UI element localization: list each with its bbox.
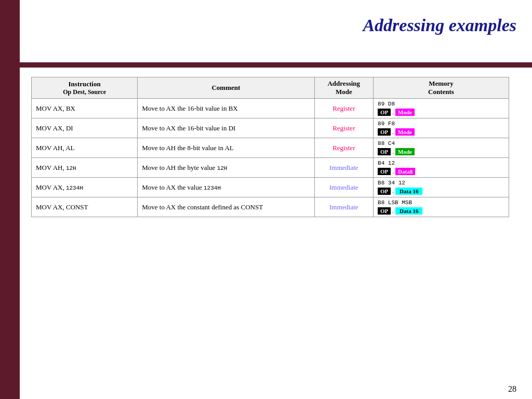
table-row: MOV AX, 1234HMove to AX the value 1234HI… — [32, 178, 509, 197]
mode-cell: Immediate — [314, 197, 373, 217]
mode-box-green: Mode — [395, 148, 415, 155]
addressing-table: Instruction Op Dest, Source Comment Addr… — [31, 77, 509, 217]
dot-separator: . — [392, 129, 394, 135]
instruction-cell: MOV AH, 12H — [32, 158, 138, 178]
table-row: MOV AX, BXMove to AX the 16-bit value in… — [32, 99, 509, 118]
memory-cell: B8 34 12OP . Data 16 — [374, 178, 509, 197]
memory-cell: B4 12OP . Data8 — [374, 158, 509, 178]
header-mode: AddressingMode — [314, 77, 373, 99]
content-area: Instruction Op Dest, Source Comment Addr… — [31, 77, 522, 378]
data16-box: Data 16 — [395, 207, 422, 215]
header-instruction: Instruction Op Dest, Source — [32, 77, 138, 99]
instruction-cell: MOV AX, CONST — [32, 197, 138, 217]
op-box: OP — [378, 128, 391, 136]
dot-separator: . — [392, 109, 394, 115]
data8-box: Data8 — [395, 168, 415, 175]
table-row: MOV AX, CONSTMove to AX the constant def… — [32, 197, 509, 217]
mode-cell: Register — [314, 138, 373, 158]
table-row: MOV AH, 12HMove to AH the byte value 12H… — [32, 158, 509, 178]
dot-separator: . — [392, 168, 394, 175]
mode-cell: Register — [314, 99, 373, 118]
memory-cell: B8 LSB MSBOP . Data 16 — [374, 197, 509, 217]
header-comment: Comment — [138, 77, 314, 99]
memory-cell: 89 F8OP . Mode — [374, 118, 509, 138]
mode-box: Mode — [395, 128, 415, 136]
mode-cell: Register — [314, 118, 373, 138]
left-bar — [0, 0, 20, 399]
comment-cell: Move to AX the value 1234H — [138, 178, 314, 197]
header-memory: MemoryContents — [374, 77, 509, 99]
memory-cell: 88 C4OP . Mode — [374, 138, 509, 158]
op-box: OP — [378, 148, 391, 155]
page-number: 28 — [508, 384, 516, 394]
comment-cell: Move to AX the constant defined as CONST — [138, 197, 314, 217]
page-title: Addressing examples — [363, 16, 516, 35]
instruction-cell: MOV AH, AL — [32, 138, 138, 158]
mode-box: Mode — [395, 109, 415, 116]
data16-box: Data 16 — [395, 188, 422, 195]
op-box: OP — [378, 168, 391, 175]
mode-cell: Immediate — [314, 178, 373, 197]
instruction-cell: MOV AX, 1234H — [32, 178, 138, 197]
memory-cell: 89 D8OP . Mode — [374, 99, 509, 118]
dot-separator: . — [392, 188, 394, 194]
table-header-row: Instruction Op Dest, Source Comment Addr… — [32, 77, 509, 99]
comment-cell: Move to AX the 16-bit value in BX — [138, 99, 314, 118]
dot-separator: . — [392, 149, 394, 155]
op-box: OP — [378, 109, 391, 116]
dot-separator: . — [392, 208, 394, 214]
comment-cell: Move to AH the 8-bit value in AL — [138, 138, 314, 158]
comment-cell: Move to AX the 16-bit value in DI — [138, 118, 314, 138]
op-box: OP — [378, 188, 391, 195]
table-body: MOV AX, BXMove to AX the 16-bit value in… — [32, 99, 509, 217]
op-box: OP — [378, 207, 391, 215]
table-row: MOV AX, DIMove to AX the 16-bit value in… — [32, 118, 509, 138]
comment-cell: Move to AH the byte value 12H — [138, 158, 314, 178]
instruction-cell: MOV AX, DI — [32, 118, 138, 138]
instruction-cell: MOV AX, BX — [32, 99, 138, 118]
table-row: MOV AH, ALMove to AH the 8-bit value in … — [32, 138, 509, 158]
mode-cell: Immediate — [314, 158, 373, 178]
top-bar — [0, 62, 532, 68]
